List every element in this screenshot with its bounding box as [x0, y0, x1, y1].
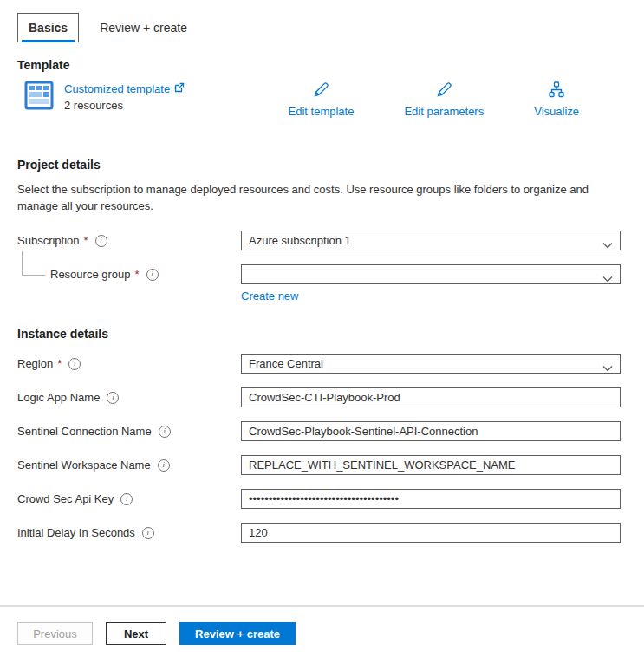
hierarchy-connector-line: [22, 251, 45, 276]
initial-delay-label-group: Initial Delay In Seconds i: [17, 523, 241, 543]
footer-buttons: Previous Next Review + create: [0, 607, 644, 645]
logic-app-name-label: Logic App Name: [17, 391, 100, 404]
required-asterisk: *: [57, 357, 62, 370]
wizard-footer: Previous Next Review + create: [0, 605, 644, 657]
template-grid-icon: [24, 81, 54, 110]
initial-delay-row: Initial Delay In Seconds i: [17, 523, 627, 543]
deployment-form: Subscription * i Azure subscription 1: [17, 231, 627, 543]
crowdsec-api-key-label-group: Crowd Sec Api Key i: [17, 489, 241, 509]
pencil-icon: [435, 81, 453, 101]
customized-template-link-label: Customized template: [64, 82, 170, 95]
chevron-down-icon: [602, 361, 613, 374]
subscription-value: Azure subscription 1: [249, 234, 351, 247]
sentinel-workspace-name-row: Sentinel Workspace Name i: [17, 455, 627, 475]
region-dropdown[interactable]: France Central: [241, 354, 621, 374]
region-value: France Central: [249, 357, 323, 370]
visualize-button[interactable]: Visualize: [534, 81, 579, 118]
crowdsec-api-key-input[interactable]: [241, 489, 621, 509]
sentinel-connection-name-label-group: Sentinel Connection Name i: [17, 421, 241, 441]
edit-template-button[interactable]: Edit template: [289, 81, 355, 118]
template-row: Customized template 2 resources: [17, 81, 627, 118]
required-asterisk: *: [84, 234, 88, 247]
region-label-group: Region * i: [17, 354, 241, 374]
org-chart-icon: [547, 81, 566, 101]
resource-group-label: Resource group: [50, 268, 131, 281]
info-icon[interactable]: i: [107, 392, 119, 404]
chevron-down-icon: [602, 272, 613, 285]
resource-group-label-group: Resource group * i: [17, 264, 241, 284]
pencil-icon: [312, 81, 330, 101]
edit-parameters-button[interactable]: Edit parameters: [404, 81, 484, 118]
tab-review-create[interactable]: Review + create: [89, 13, 198, 42]
edit-template-label: Edit template: [289, 105, 355, 118]
edit-parameters-label: Edit parameters: [404, 105, 484, 118]
info-icon[interactable]: i: [158, 459, 170, 472]
required-asterisk: *: [135, 268, 140, 281]
tab-bar: Basics Review + create: [17, 13, 627, 42]
logic-app-name-input[interactable]: [241, 387, 621, 407]
info-icon[interactable]: i: [120, 493, 133, 505]
resource-group-dropdown[interactable]: [241, 264, 621, 284]
info-icon[interactable]: i: [95, 235, 107, 247]
initial-delay-label: Initial Delay In Seconds: [17, 526, 135, 539]
tab-basics[interactable]: Basics: [17, 13, 79, 42]
template-heading: Template: [17, 58, 627, 72]
project-details-heading: Project details: [17, 158, 627, 172]
project-details-description: Select the subscription to manage deploy…: [17, 181, 627, 214]
sentinel-workspace-name-input[interactable]: [241, 455, 621, 475]
template-actions: Edit template Edit parameters: [289, 81, 627, 118]
template-meta: Customized template 2 resources: [64, 81, 185, 112]
instance-details-heading: Instance details: [17, 327, 627, 341]
visualize-label: Visualize: [534, 105, 579, 118]
logic-app-name-label-group: Logic App Name i: [17, 387, 241, 407]
customized-template-link[interactable]: Customized template: [64, 82, 185, 95]
crowdsec-api-key-row: Crowd Sec Api Key i: [17, 489, 627, 509]
template-resources-count: 2 resources: [64, 99, 185, 112]
sentinel-workspace-name-label-group: Sentinel Workspace Name i: [17, 455, 241, 475]
create-new-link[interactable]: Create new: [241, 289, 298, 302]
chevron-down-icon: [602, 238, 613, 251]
initial-delay-input[interactable]: [241, 523, 621, 543]
sentinel-connection-name-row: Sentinel Connection Name i: [17, 421, 627, 441]
subscription-group: Subscription * i Azure subscription 1: [17, 231, 627, 303]
next-button[interactable]: Next: [106, 622, 166, 645]
crowdsec-api-key-label: Crowd Sec Api Key: [17, 492, 114, 505]
region-row: Region * i France Central: [17, 354, 627, 374]
info-icon[interactable]: i: [142, 527, 154, 539]
region-label: Region: [17, 357, 53, 370]
info-icon[interactable]: i: [68, 358, 81, 370]
info-icon[interactable]: i: [159, 426, 171, 438]
custom-deployment-page: Basics Review + create Template Custom: [0, 0, 644, 657]
sentinel-workspace-name-label: Sentinel Workspace Name: [17, 459, 151, 472]
review-create-button[interactable]: Review + create: [179, 622, 296, 645]
subscription-row: Subscription * i Azure subscription 1: [17, 231, 627, 250]
sentinel-connection-name-input[interactable]: [241, 421, 621, 441]
subscription-label: Subscription: [17, 234, 80, 247]
subscription-label-group: Subscription * i: [17, 231, 241, 250]
resource-group-row: Resource group * i Create new: [17, 264, 627, 303]
previous-button[interactable]: Previous: [17, 622, 93, 645]
subscription-dropdown[interactable]: Azure subscription 1: [241, 231, 621, 250]
info-icon[interactable]: i: [146, 269, 159, 281]
logic-app-name-row: Logic App Name i: [17, 387, 627, 407]
external-link-icon: [174, 82, 185, 95]
sentinel-connection-name-label: Sentinel Connection Name: [17, 425, 152, 438]
